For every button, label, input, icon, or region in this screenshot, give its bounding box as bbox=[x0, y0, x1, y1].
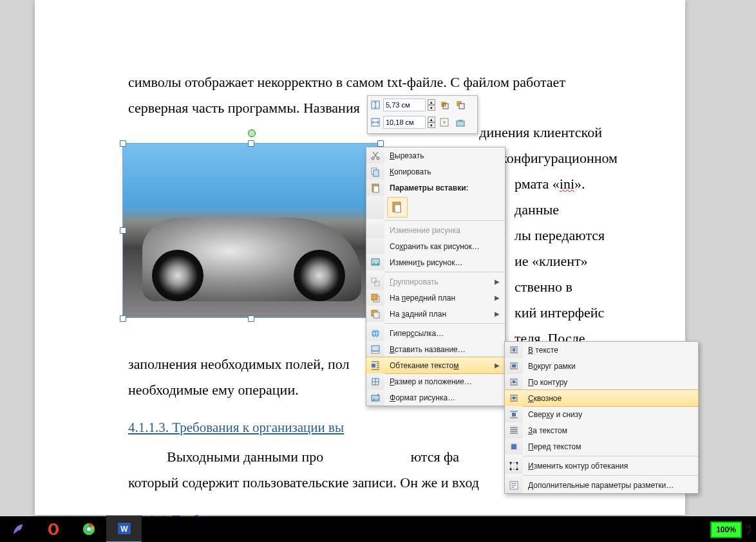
menu-insert-caption[interactable]: Вставить название… bbox=[366, 341, 505, 357]
wrap-through[interactable]: Сквозное bbox=[504, 389, 699, 407]
menu-text-wrapping[interactable]: Обтекание текстом▶ bbox=[366, 357, 506, 374]
crop-options-button[interactable] bbox=[453, 98, 468, 112]
taskbar-app-word[interactable]: W bbox=[106, 516, 142, 542]
wrap-text-icon bbox=[370, 360, 381, 371]
feather-icon bbox=[11, 522, 25, 536]
body-text: который содержит пользовательские записи… bbox=[128, 474, 479, 491]
svg-rect-22 bbox=[372, 294, 377, 300]
copy-icon bbox=[370, 167, 381, 177]
wrap-top-bottom[interactable]: Сверху и снизу bbox=[505, 406, 698, 422]
group-icon bbox=[370, 277, 381, 287]
more-layout-icon bbox=[509, 480, 519, 491]
menu-save-as-picture[interactable]: Сохранить как рисунок… bbox=[366, 238, 505, 254]
heading-text: 4.1.1.3. Требования к организации вы bbox=[128, 420, 344, 435]
body-text: кий интерфейс bbox=[515, 304, 604, 321]
svg-point-37 bbox=[510, 462, 512, 463]
svg-point-7 bbox=[443, 121, 446, 124]
wrap-more-layout-options[interactable]: Дополнительные параметры разметки… bbox=[505, 477, 698, 493]
cut-icon bbox=[370, 151, 381, 161]
resize-handle[interactable] bbox=[120, 227, 126, 234]
width-spinner[interactable]: ▴▾ bbox=[428, 117, 435, 128]
rotation-handle[interactable] bbox=[248, 129, 256, 137]
menu-send-to-back[interactable]: На задний план▶ bbox=[366, 306, 505, 322]
svg-rect-24 bbox=[373, 312, 379, 318]
taskbar-app-chrome[interactable] bbox=[71, 516, 106, 542]
wrap-inline-icon bbox=[509, 345, 519, 355]
wrap-inline[interactable]: В тексте bbox=[505, 342, 698, 358]
edit-wrap-points-icon bbox=[509, 461, 519, 471]
battery-percent: 100% bbox=[710, 521, 742, 538]
wrap-square-icon bbox=[509, 361, 519, 371]
wrap-behind-icon bbox=[509, 425, 519, 436]
width-input[interactable] bbox=[383, 116, 426, 129]
height-input[interactable] bbox=[383, 98, 426, 111]
menu-format-picture[interactable]: Формат рисунка… bbox=[366, 389, 505, 406]
height-spinner[interactable]: ▴▾ bbox=[428, 99, 435, 111]
body-text: данные bbox=[515, 201, 559, 218]
inserted-image[interactable] bbox=[122, 143, 381, 318]
menu-cut[interactable]: ВВырезатьырезать bbox=[366, 147, 505, 164]
body-text: символы отображает некорректно в самом t… bbox=[128, 74, 565, 116]
body-text: Выходными данными про bbox=[167, 449, 323, 465]
menu-edit-picture[interactable]: Изменить рисунок… bbox=[366, 254, 505, 270]
wheel-icon bbox=[152, 250, 203, 301]
svg-rect-27 bbox=[372, 351, 379, 353]
menu-hyperlink[interactable]: Гиперссылка… bbox=[366, 325, 505, 341]
battery-indicator[interactable]: 100% bbox=[710, 521, 752, 538]
resize-handle[interactable] bbox=[120, 315, 126, 322]
paste-icon bbox=[370, 183, 381, 193]
picture-size-mini-toolbar: ▴▾ ▴▾ bbox=[367, 95, 478, 134]
resize-handle[interactable] bbox=[377, 140, 384, 147]
body-text: ются фа bbox=[411, 449, 459, 465]
menu-paste-options-label: Параметры вставки: bbox=[366, 180, 505, 196]
resize-handle[interactable] bbox=[248, 140, 254, 147]
svg-rect-20 bbox=[375, 281, 379, 286]
body-text-wavy: ini bbox=[560, 176, 574, 192]
resize-handle[interactable] bbox=[120, 140, 126, 147]
svg-rect-31 bbox=[513, 348, 515, 351]
taskbar: W 100% bbox=[0, 516, 756, 542]
wrap-square[interactable]: Вокруг рамки bbox=[505, 358, 698, 374]
wrap-edit-points[interactable]: Изменить контур обтекания bbox=[505, 458, 698, 474]
wrap-behind-text[interactable]: За текстом bbox=[505, 422, 698, 438]
svg-rect-34 bbox=[511, 428, 516, 433]
crop-button[interactable] bbox=[437, 98, 451, 112]
height-icon bbox=[370, 99, 381, 111]
wrap-in-front[interactable]: Перед текстом bbox=[505, 438, 698, 454]
svg-rect-4 bbox=[459, 104, 464, 109]
svg-point-10 bbox=[377, 157, 379, 160]
menu-bring-to-front[interactable]: На передний план▶ bbox=[366, 290, 505, 306]
menu-paste-option-keep[interactable] bbox=[366, 196, 505, 219]
body-text: заполнения необходимых полей, пол bbox=[128, 356, 349, 372]
svg-point-43 bbox=[51, 525, 55, 534]
position-button[interactable] bbox=[437, 115, 451, 129]
paste-keep-source-icon[interactable] bbox=[387, 197, 408, 218]
wrap-tight[interactable]: По контуру bbox=[505, 374, 698, 390]
body-text: необходимые ему операции. bbox=[128, 382, 299, 398]
svg-rect-12 bbox=[373, 170, 379, 176]
size-position-icon bbox=[370, 377, 381, 387]
menu-size-and-position[interactable]: Размер и положение… bbox=[366, 373, 505, 389]
hyperlink-icon bbox=[370, 328, 381, 339]
body-text: ие «клиент» bbox=[515, 253, 588, 269]
svg-rect-36 bbox=[511, 463, 517, 469]
resize-handle[interactable] bbox=[248, 315, 254, 322]
svg-rect-19 bbox=[372, 278, 376, 283]
svg-point-9 bbox=[372, 157, 374, 160]
menu-change-picture: Изменение рисунка bbox=[366, 222, 505, 238]
chrome-icon bbox=[82, 522, 96, 536]
taskbar-app-opera[interactable] bbox=[35, 516, 71, 542]
wrap-through-icon bbox=[509, 393, 519, 404]
body-text: ственно в bbox=[515, 279, 572, 295]
menu-copy[interactable]: Копировать bbox=[366, 164, 505, 180]
body-text: лы передаются bbox=[515, 227, 605, 243]
wrap-topbottom-icon bbox=[509, 409, 519, 420]
svg-rect-26 bbox=[372, 346, 379, 351]
taskbar-app-feather[interactable] bbox=[0, 516, 35, 542]
body-text: ». bbox=[574, 176, 585, 192]
opera-icon bbox=[46, 522, 61, 536]
reset-button[interactable] bbox=[453, 115, 468, 129]
bring-front-icon bbox=[370, 293, 381, 303]
text-wrapping-submenu: В тексте Вокруг рамки По контуру Сквозно… bbox=[504, 341, 699, 494]
wheel-icon bbox=[294, 250, 345, 301]
